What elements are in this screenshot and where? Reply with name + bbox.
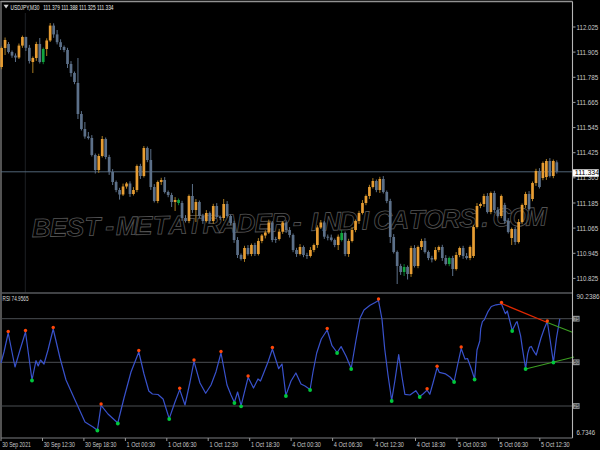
svg-text:A: A [389, 204, 409, 234]
svg-text:1 Oct 18:30: 1 Oct 18:30 [251, 440, 280, 449]
svg-text:USDJPY,M30 111.379 111.388 1: USDJPY,M30 111.379 111.388 111.325 111.3… [11, 3, 114, 12]
svg-text:1 Oct 06:30: 1 Oct 06:30 [168, 440, 197, 449]
svg-text:1 Oct 00:30: 1 Oct 00:30 [127, 440, 156, 449]
svg-text:D: D [236, 208, 256, 238]
svg-text:110.825: 110.825 [577, 274, 599, 283]
svg-text:30 Sep 12:30: 30 Sep 12:30 [44, 440, 75, 449]
svg-text:B: B [32, 213, 51, 243]
svg-text:4 Oct 18:30: 4 Oct 18:30 [417, 440, 446, 449]
svg-text:4 Oct 12:30: 4 Oct 12:30 [375, 440, 404, 449]
svg-text:110.945: 110.945 [577, 249, 599, 258]
svg-text:111.545: 111.545 [577, 123, 599, 132]
svg-text:25: 25 [574, 403, 580, 409]
svg-text:75: 75 [574, 316, 580, 322]
svg-text:T: T [84, 211, 103, 241]
svg-text:RSI 74.9565: RSI 74.9565 [3, 294, 29, 303]
svg-text:S: S [66, 212, 85, 242]
svg-text:111.185: 111.185 [577, 199, 599, 208]
svg-text:5 Oct 00:30: 5 Oct 00:30 [458, 440, 487, 449]
svg-text:111.334: 111.334 [575, 169, 599, 176]
svg-text:112.025: 112.025 [577, 23, 599, 32]
svg-text:5 Oct 12:30: 5 Oct 12:30 [541, 440, 570, 449]
svg-text:50: 50 [574, 359, 580, 365]
svg-text:4 Oct 06:30: 4 Oct 06:30 [334, 440, 363, 449]
svg-text:1 Oct 12:30: 1 Oct 12:30 [209, 440, 238, 449]
svg-text:E: E [135, 210, 154, 240]
svg-text:6.7346: 6.7346 [577, 428, 596, 437]
svg-text:4 Oct 00:30: 4 Oct 00:30 [292, 440, 321, 449]
svg-text:R: R [441, 203, 461, 233]
svg-text:-: - [105, 211, 114, 241]
svg-text:30 Sep 2021: 30 Sep 2021 [2, 440, 31, 449]
svg-text:111.665: 111.665 [577, 98, 599, 107]
svg-text:111.425: 111.425 [577, 148, 599, 157]
svg-text:5 Oct 06:30: 5 Oct 06:30 [500, 440, 529, 449]
svg-text:90.2386: 90.2386 [577, 292, 600, 301]
svg-text:111.065: 111.065 [577, 224, 599, 233]
svg-text:111.905: 111.905 [577, 48, 599, 57]
svg-text:-: - [293, 207, 302, 237]
svg-text:A: A [167, 210, 187, 240]
svg-text:30 Sep 18:30: 30 Sep 18:30 [85, 440, 116, 449]
svg-text:E: E [49, 212, 68, 242]
svg-text:111.785: 111.785 [577, 73, 599, 82]
